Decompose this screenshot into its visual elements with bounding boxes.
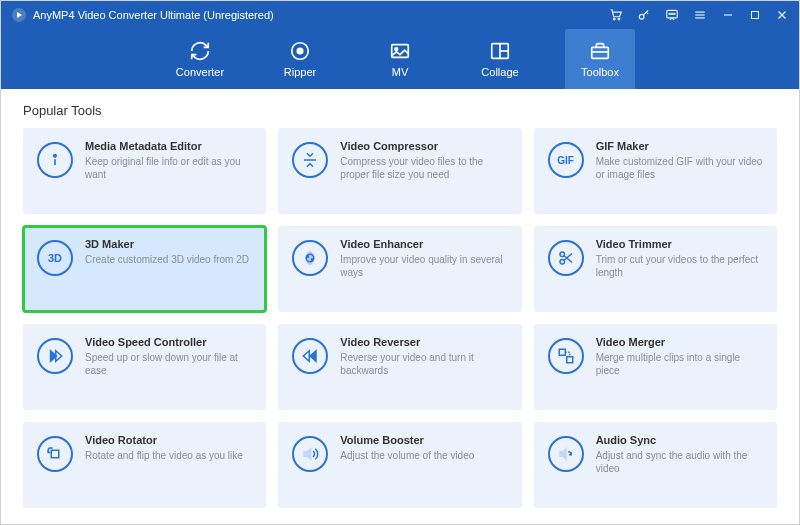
- nav-converter[interactable]: Converter: [165, 29, 235, 89]
- tool-card-desc: Merge multiple clips into a single piece: [596, 351, 763, 377]
- titlebar-right: [609, 8, 789, 22]
- tool-card-desc: Adjust and sync the audio with the video: [596, 449, 763, 475]
- tool-card-body: Video CompressorCompress your video file…: [340, 140, 507, 181]
- tool-card-media-metadata-editor[interactable]: Media Metadata EditorKeep original file …: [23, 128, 266, 214]
- tool-card-title: Video Rotator: [85, 434, 252, 446]
- nav-mv[interactable]: MV: [365, 29, 435, 89]
- minimize-button[interactable]: [721, 8, 735, 22]
- rotate-icon: [37, 436, 73, 472]
- 3d-icon: 3D: [37, 240, 73, 276]
- tool-card-title: Volume Booster: [340, 434, 507, 446]
- svg-marker-42: [304, 449, 311, 460]
- nav-label: Ripper: [284, 66, 316, 78]
- tool-card-video-speed-controller[interactable]: Video Speed ControllerSpeed up or slow d…: [23, 324, 266, 410]
- svg-rect-39: [559, 349, 565, 355]
- gif-icon: GIF: [548, 142, 584, 178]
- maximize-button[interactable]: [749, 9, 761, 21]
- tool-card-title: Video Merger: [596, 336, 763, 348]
- trim-icon: [548, 240, 584, 276]
- tool-card-body: Media Metadata EditorKeep original file …: [85, 140, 252, 181]
- svg-rect-23: [592, 47, 609, 58]
- tool-card-title: Video Speed Controller: [85, 336, 252, 348]
- speed-icon: [37, 338, 73, 374]
- tool-card-title: Video Reverser: [340, 336, 507, 348]
- tool-card-title: Media Metadata Editor: [85, 140, 252, 152]
- menu-icon[interactable]: [693, 8, 707, 22]
- svg-point-4: [639, 14, 644, 19]
- app-logo-icon: [11, 7, 27, 23]
- nav-label: Toolbox: [581, 66, 619, 78]
- svg-point-17: [297, 48, 303, 54]
- reverse-icon: [292, 338, 328, 374]
- tool-card-body: Video EnhancerImprove your video quality…: [340, 238, 507, 279]
- tool-card-video-trimmer[interactable]: Video TrimmerTrim or cut your videos to …: [534, 226, 777, 312]
- titlebar: AnyMP4 Video Converter Ultimate (Unregis…: [1, 1, 799, 29]
- tool-card-body: GIF MakerMake customized GIF with your v…: [596, 140, 763, 181]
- svg-marker-37: [304, 351, 310, 362]
- collage-icon: [489, 40, 511, 62]
- tool-card-audio-sync[interactable]: Audio SyncAdjust and sync the audio with…: [534, 422, 777, 508]
- tool-card-video-enhancer[interactable]: Video EnhancerImprove your video quality…: [278, 226, 521, 312]
- tool-card-title: GIF Maker: [596, 140, 763, 152]
- tool-card-body: 3D MakerCreate customized 3D video from …: [85, 238, 252, 266]
- tool-card-body: Volume BoosterAdjust the volume of the v…: [340, 434, 507, 462]
- tool-card-video-compressor[interactable]: Video CompressorCompress your video file…: [278, 128, 521, 214]
- section-title: Popular Tools: [23, 103, 777, 118]
- mv-icon: [389, 40, 411, 62]
- info-icon: [37, 142, 73, 178]
- tool-card-title: Video Compressor: [340, 140, 507, 152]
- compress-icon: [292, 142, 328, 178]
- merge-icon: [548, 338, 584, 374]
- tool-card-desc: Trim or cut your videos to the perfect l…: [596, 253, 763, 279]
- app-title: AnyMP4 Video Converter Ultimate (Unregis…: [33, 9, 274, 21]
- svg-point-29: [307, 256, 309, 258]
- tool-card-video-rotator[interactable]: Video RotatorRotate and flip the video a…: [23, 422, 266, 508]
- nav-ripper[interactable]: Ripper: [265, 29, 335, 89]
- tool-card-body: Video MergerMerge multiple clips into a …: [596, 336, 763, 377]
- tool-card-desc: Compress your video files to the proper …: [340, 155, 507, 181]
- nav-label: Collage: [481, 66, 518, 78]
- feedback-icon[interactable]: [665, 8, 679, 22]
- tool-card-title: Audio Sync: [596, 434, 763, 446]
- nav-toolbox[interactable]: Toolbox: [565, 29, 635, 89]
- svg-point-31: [560, 252, 565, 257]
- tools-grid: Media Metadata EditorKeep original file …: [23, 128, 777, 508]
- tool-card-desc: Adjust the volume of the video: [340, 449, 507, 462]
- tool-card-desc: Reverse your video and turn it backwards: [340, 351, 507, 377]
- svg-rect-41: [51, 450, 59, 458]
- tool-card-volume-booster[interactable]: Volume BoosterAdjust the volume of the v…: [278, 422, 521, 508]
- tool-card-video-reverser[interactable]: Video ReverserReverse your video and tur…: [278, 324, 521, 410]
- svg-point-6: [669, 13, 670, 14]
- svg-point-25: [54, 155, 57, 158]
- tool-card-video-merger[interactable]: Video MergerMerge multiple clips into a …: [534, 324, 777, 410]
- tool-card-desc: Speed up or slow down your file at ease: [85, 351, 252, 377]
- tool-card-body: Video RotatorRotate and flip the video a…: [85, 434, 252, 462]
- tool-card-body: Video Speed ControllerSpeed up or slow d…: [85, 336, 252, 377]
- tool-card-3d-maker[interactable]: 3D3D MakerCreate customized 3D video fro…: [23, 226, 266, 312]
- volume-icon: [292, 436, 328, 472]
- tool-card-gif-maker[interactable]: GIFGIF MakerMake customized GIF with you…: [534, 128, 777, 214]
- nav-label: Converter: [176, 66, 224, 78]
- tool-card-desc: Create customized 3D video from 2D: [85, 253, 252, 266]
- svg-point-3: [618, 18, 620, 20]
- tool-card-desc: Improve your video quality in several wa…: [340, 253, 507, 279]
- sync-icon: [548, 436, 584, 472]
- enhance-icon: [292, 240, 328, 276]
- cart-icon[interactable]: [609, 8, 623, 22]
- nav-collage[interactable]: Collage: [465, 29, 535, 89]
- tool-card-body: Video ReverserReverse your video and tur…: [340, 336, 507, 377]
- svg-point-2: [613, 18, 615, 20]
- tool-card-title: Video Trimmer: [596, 238, 763, 250]
- svg-point-8: [674, 13, 675, 14]
- key-icon[interactable]: [637, 8, 651, 22]
- tool-card-body: Video TrimmerTrim or cut your videos to …: [596, 238, 763, 279]
- tool-card-desc: Rotate and flip the video as you like: [85, 449, 252, 462]
- navbar: Converter Ripper MV Collage Toolbox: [1, 29, 799, 89]
- tool-card-title: 3D Maker: [85, 238, 252, 250]
- svg-rect-13: [752, 12, 759, 19]
- close-button[interactable]: [775, 8, 789, 22]
- content-area: Popular Tools Media Metadata EditorKeep …: [1, 89, 799, 524]
- nav-label: MV: [392, 66, 409, 78]
- svg-marker-43: [560, 449, 566, 460]
- tool-card-body: Audio SyncAdjust and sync the audio with…: [596, 434, 763, 475]
